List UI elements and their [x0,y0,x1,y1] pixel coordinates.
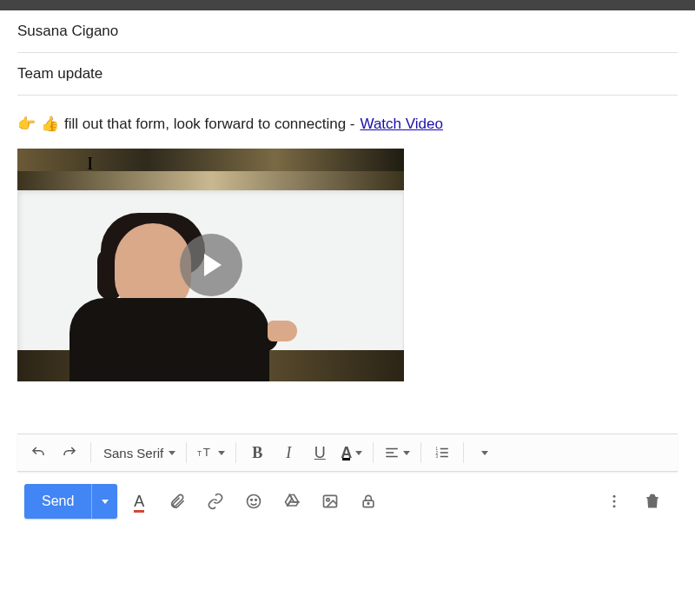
compose-tool-icons: A [126,488,381,514]
svg-point-15 [327,499,329,501]
svg-text:3: 3 [436,454,439,459]
more-options-button[interactable] [601,488,627,514]
insert-link-button[interactable] [202,488,228,514]
chevron-down-icon [102,500,109,504]
undo-button[interactable] [24,439,52,467]
recipients-field[interactable]: Susana Cigano [17,10,678,53]
compose-right-icons [601,488,671,514]
toolbar-separator [463,442,464,463]
bold-button[interactable]: B [243,439,271,467]
svg-text:1: 1 [436,447,439,451]
link-icon [207,493,224,510]
toolbar-separator [90,442,91,463]
svg-point-17 [368,503,370,505]
window-titlebar [0,0,695,10]
svg-point-12 [251,500,253,501]
text-cursor-icon: I [87,152,93,175]
align-left-icon [384,445,400,460]
svg-point-13 [255,500,257,501]
google-drive-icon [283,493,301,510]
toolbar-separator [373,442,374,463]
font-size-button[interactable]: TT [194,439,228,467]
watch-video-link[interactable]: Watch Video [361,116,443,133]
more-vertical-icon [606,493,623,510]
align-button[interactable] [381,439,414,467]
subject-field[interactable]: Team update [17,53,678,96]
svg-point-19 [613,500,616,503]
formatting-toolbar: Sans Serif TT B I U A 123 [17,434,678,472]
list-button[interactable]: 123 [428,439,456,467]
insert-emoji-button[interactable] [241,488,267,514]
body-first-line[interactable]: 👉 👍 fill out that form, look forward to … [17,115,678,133]
toolbar-separator [420,442,421,463]
italic-button[interactable]: I [275,439,302,467]
compose-actions-row: Send A [17,472,678,519]
send-button-group: Send [24,484,117,519]
more-formatting-button[interactable] [471,439,499,467]
text-format-icon: A [134,493,144,511]
paperclip-icon [169,493,186,510]
chevron-down-icon [218,451,225,455]
video-thumbnail[interactable]: I [17,149,404,381]
font-family-label: Sans Serif [103,446,163,460]
thumb-bg-top [17,149,404,171]
svg-point-20 [613,505,616,507]
chevron-down-icon [355,451,362,455]
svg-text:T: T [203,446,210,459]
text-color-icon: A [341,444,352,462]
subject-text[interactable]: Team update [17,65,103,82]
redo-button[interactable] [56,439,83,467]
insert-drive-button[interactable] [279,488,305,514]
body-text: fill out that form, look forward to conn… [64,116,355,133]
attach-file-button[interactable] [164,488,190,514]
compose-window: Susana Cigano Team update 👉 👍 fill out t… [0,10,695,519]
thumbs-up-emoji: 👍 [41,115,59,133]
redo-icon [62,445,77,460]
svg-point-18 [613,495,616,498]
send-button[interactable]: Send [24,484,91,519]
send-options-button[interactable] [91,484,117,519]
body-spacer [17,390,678,434]
send-label: Send [42,493,74,509]
confidential-mode-button[interactable] [355,488,381,514]
thumb-bg-strip [17,171,404,192]
image-icon [321,493,339,510]
chevron-down-icon [481,451,488,455]
lock-clock-icon [360,493,377,510]
svg-text:2: 2 [436,451,439,455]
play-icon [204,254,222,276]
underline-button[interactable]: U [306,439,334,467]
font-family-select[interactable]: Sans Serif [98,446,179,460]
numbered-list-icon: 123 [434,445,450,460]
message-body[interactable]: 👉 👍 fill out that form, look forward to … [17,96,678,390]
formatting-options-button[interactable]: A [126,488,152,514]
text-color-button[interactable]: A [337,439,366,467]
svg-text:T: T [197,449,202,458]
trash-icon [644,493,661,510]
thumb-person [61,208,261,381]
emoji-icon [245,493,262,510]
recipient-chip[interactable]: Susana Cigano [17,23,118,39]
insert-photo-button[interactable] [317,488,343,514]
font-size-icon: TT [197,444,215,461]
pointing-right-emoji: 👉 [17,115,36,133]
play-button-overlay[interactable] [180,234,242,296]
svg-point-11 [248,495,261,508]
toolbar-separator [235,442,236,463]
discard-draft-button[interactable] [639,488,665,514]
toolbar-separator [186,442,187,463]
chevron-down-icon [169,451,175,455]
chevron-down-icon [403,451,410,455]
undo-icon [30,445,46,460]
